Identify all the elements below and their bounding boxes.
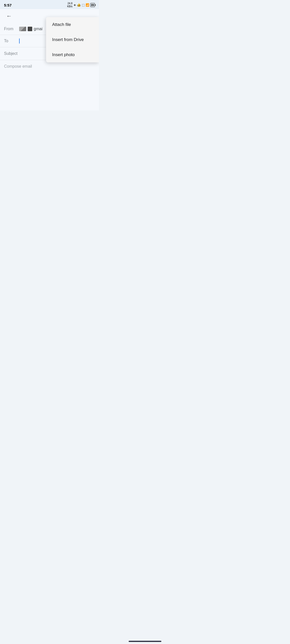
cast-icon: ⬚: [82, 3, 85, 7]
compose-body[interactable]: Compose email: [0, 60, 99, 110]
from-label: From: [4, 27, 19, 31]
mute-icon: 🔔: [77, 3, 81, 7]
compose-body-placeholder: Compose email: [4, 64, 32, 68]
status-icons: 24.8KB/s ∗ 🔔 ⬚ 📶 89: [67, 2, 95, 8]
insert-from-drive-item[interactable]: Insert from Drive: [46, 32, 99, 47]
insert-photo-item[interactable]: Insert photo: [46, 47, 99, 62]
account-square-icon: [28, 27, 32, 31]
bluetooth-icon: ∗: [74, 3, 76, 7]
back-arrow-icon: ←: [6, 13, 12, 19]
status-bar: 5:57 24.8KB/s ∗ 🔔 ⬚ 📶 89: [0, 0, 99, 9]
account-avatar: [19, 27, 26, 31]
back-button[interactable]: ←: [4, 11, 14, 21]
insert-from-drive-label: Insert from Drive: [52, 37, 84, 42]
subject-placeholder: Subject: [4, 51, 17, 56]
from-email-partial: gmai: [34, 27, 43, 31]
status-time: 5:57: [4, 3, 12, 7]
to-label: To: [4, 39, 19, 43]
attach-file-label: Attach file: [52, 22, 71, 27]
insert-photo-label: Insert photo: [52, 52, 75, 57]
attach-file-item[interactable]: Attach file: [46, 17, 99, 32]
network-speed-icon: 24.8KB/s: [67, 2, 72, 8]
wifi-icon: 📶: [86, 3, 89, 7]
text-cursor: [19, 38, 20, 44]
battery-icon: 89: [90, 3, 95, 7]
dropdown-menu: Attach file Insert from Drive Insert pho…: [46, 17, 99, 62]
